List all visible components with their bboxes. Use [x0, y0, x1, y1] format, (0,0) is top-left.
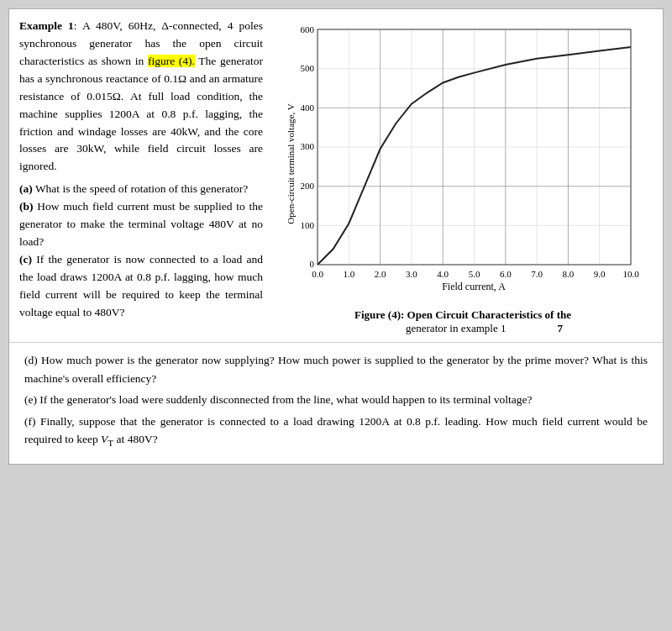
q-e-text: If the generator's load were suddenly di… [37, 393, 533, 406]
x-tick-8: 8.0 [563, 269, 575, 279]
q-c-text: If the generator is now connected to a l… [19, 253, 263, 318]
x-tick-3: 3.0 [406, 269, 417, 279]
left-text-block: Example 1: A 480V, 60Hz, Δ-connected, 4 … [19, 18, 263, 335]
y-tick-100: 100 [301, 220, 315, 230]
chart-area: Open-circuit terminal voltage, V [273, 18, 653, 307]
q-d-label: (d) [24, 354, 38, 366]
y-tick-300: 300 [301, 141, 315, 151]
figure-caption-normal: generator in example 1 [406, 322, 506, 334]
question-e: (e) If the generator's load were suddenl… [24, 391, 648, 409]
q-f-label: (f) [24, 415, 36, 428]
y-tick-0: 0 [310, 259, 315, 269]
q-e-label: (e) [24, 393, 37, 406]
figure-ref-highlight: figure (4). [148, 55, 195, 67]
right-section: Open-circuit terminal voltage, V [273, 18, 653, 335]
x-tick-6: 6.0 [500, 269, 512, 279]
figure-caption-bold: Figure (4): Open Circuit Characteristics… [354, 308, 571, 321]
x-tick-1: 1.0 [343, 269, 354, 279]
q-c-label: (c) [19, 253, 32, 266]
x-tick-4: 4.0 [437, 269, 449, 279]
x-tick-0: 0.0 [312, 269, 323, 279]
y-tick-500: 500 [301, 63, 315, 73]
q-b-text: How much field current must be supplied … [19, 200, 263, 248]
x-tick-2: 2.0 [375, 269, 386, 279]
y-tick-600: 600 [301, 24, 315, 34]
occ-chart: Open-circuit terminal voltage, V [282, 21, 643, 307]
figure-caption: Figure (4): Open Circuit Characteristics… [346, 308, 580, 335]
example-title: Example 1 [19, 19, 74, 32]
y-axis-label: Open-circuit terminal voltage, V [286, 103, 296, 223]
q-f-text2: at 480V? [113, 433, 157, 445]
x-tick-7: 7.0 [531, 269, 543, 279]
q-a-label: (a) [19, 182, 33, 195]
y-tick-200: 200 [301, 181, 315, 191]
x-tick-9: 9.0 [594, 269, 606, 279]
example-desc2: The generator has a synchronous reactanc… [19, 55, 263, 173]
q-a-text: What is the speed of rotation of this ge… [33, 182, 249, 195]
y-tick-400: 400 [301, 103, 315, 113]
q-d-text: How much power is the generator now supp… [24, 354, 648, 385]
figure-number: 7 [558, 322, 564, 335]
q-b-label: (b) [19, 200, 34, 213]
x-tick-5: 5.0 [469, 269, 480, 279]
top-section: Example 1: A 480V, 60Hz, Δ-connected, 4 … [9, 9, 663, 343]
question-d: (d) How much power is the generator now … [24, 351, 648, 387]
question-f: (f) Finally, suppose that the generator … [24, 413, 648, 450]
x-tick-10: 10.0 [622, 269, 639, 279]
bottom-section: (d) How much power is the generator now … [9, 343, 663, 464]
page-container: Example 1: A 480V, 60Hz, Δ-connected, 4 … [8, 8, 664, 465]
x-axis-label: Field current, A [442, 281, 506, 292]
